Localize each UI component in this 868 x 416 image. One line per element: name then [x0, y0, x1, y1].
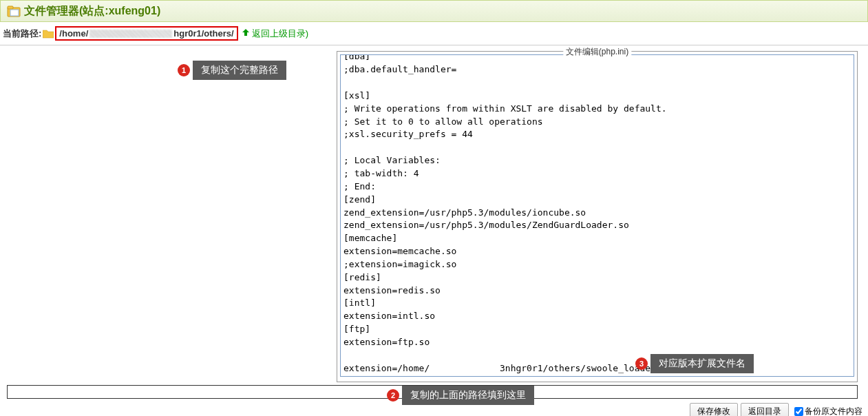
save-button[interactable]: 保存修改	[690, 403, 738, 416]
file-content-textarea[interactable]	[340, 54, 854, 377]
file-manager-icon	[6, 3, 21, 19]
window-title: 文件管理器(站点:xufeng01)	[24, 4, 160, 19]
path-label: 当前路径:	[3, 28, 41, 40]
editor-fieldset: 文件编辑(php.ini)	[337, 51, 858, 382]
annotation-text: 复制的上面的路径填到这里	[402, 386, 534, 405]
backup-checkbox-label: 备份原文件内容	[805, 406, 862, 416]
svg-rect-1	[8, 6, 13, 9]
annotation-number: 2	[387, 389, 399, 402]
svg-rect-2	[10, 10, 19, 16]
path-obscured	[89, 30, 172, 38]
editor-legend: 文件编辑(php.ini)	[563, 46, 631, 58]
main-area: 文件编辑(php.ini)	[0, 45, 868, 384]
back-to-parent-link[interactable]: 返回上级目录)	[241, 28, 308, 40]
annotation-text: 对应版本扩展文件名	[650, 354, 754, 373]
annotation-callout-1: 1 复制这个完整路径	[178, 61, 286, 80]
current-path-highlight[interactable]: /home/ hgr0r1/others/	[55, 26, 237, 41]
annotation-number: 3	[635, 357, 648, 370]
path-prefix: /home/	[59, 28, 88, 39]
back-link-text: 返回上级目录)	[252, 28, 308, 40]
left-column	[0, 45, 334, 384]
editor-panel: 文件编辑(php.ini)	[334, 45, 860, 384]
backup-checkbox[interactable]	[794, 407, 803, 416]
window-header: 文件管理器(站点:xufeng01)	[0, 0, 868, 22]
backup-checkbox-wrap[interactable]: 备份原文件内容	[794, 406, 862, 416]
annotation-callout-3: 3 对应版本扩展文件名	[635, 354, 754, 373]
back-arrow-icon	[241, 28, 251, 39]
annotation-callout-2: 2 复制的上面的路径填到这里	[387, 386, 534, 405]
back-to-dir-button[interactable]: 返回目录	[741, 403, 789, 416]
path-suffix: hgr0r1/others/	[173, 28, 233, 39]
folder-icon	[43, 29, 54, 39]
path-bar: 当前路径: /home/ hgr0r1/others/ 返回上级目录)	[0, 22, 868, 45]
annotation-text: 复制这个完整路径	[193, 61, 286, 80]
annotation-number: 1	[178, 64, 190, 76]
